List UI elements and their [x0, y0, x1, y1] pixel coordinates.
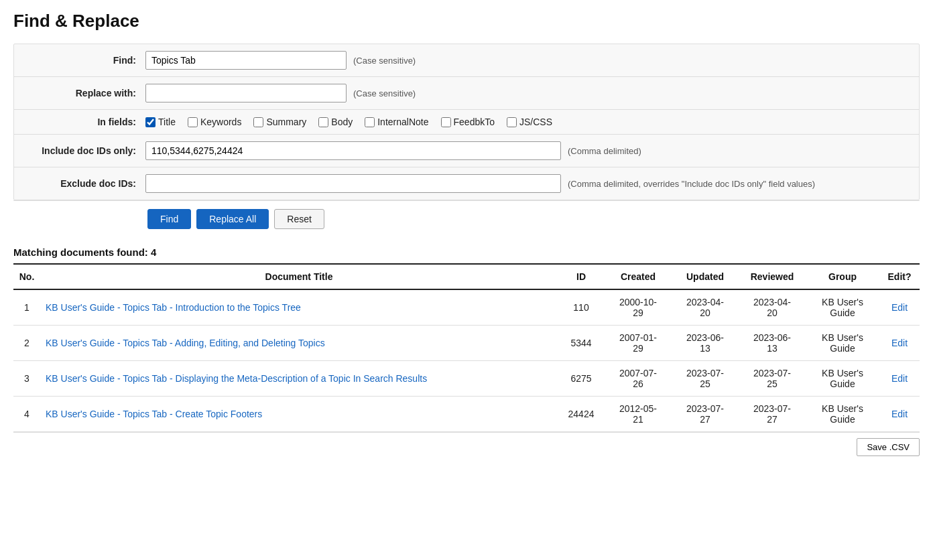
cell-reviewed: 2023-04- 20 — [739, 289, 806, 326]
replace-input[interactable] — [145, 84, 347, 102]
cell-id: 110 — [558, 289, 605, 326]
chk-jscss-label[interactable]: JS/CSS — [519, 117, 552, 127]
find-input-area: (Case sensitive) — [145, 51, 908, 70]
chk-internalnote-label[interactable]: InternalNote — [377, 117, 428, 127]
cell-edit: Edit — [879, 326, 920, 361]
cell-group: KB User's Guide — [806, 289, 879, 326]
find-case-note: (Case sensitive) — [353, 56, 416, 66]
exclude-ids-row: Exclude doc IDs: (Comma delimited, overr… — [14, 167, 919, 200]
cell-no: 1 — [13, 289, 40, 326]
doc-title-link[interactable]: KB User's Guide - Topics Tab - Create To… — [46, 409, 262, 419]
checkbox-internalnote[interactable]: InternalNote — [365, 117, 428, 127]
col-title: Document Title — [40, 264, 558, 289]
chk-body-input[interactable] — [318, 117, 328, 127]
cell-edit: Edit — [879, 397, 920, 432]
chk-internalnote-input[interactable] — [365, 117, 375, 127]
cell-updated: 2023-04- 20 — [672, 289, 739, 326]
chk-keywords-input[interactable] — [188, 117, 198, 127]
find-row: Find: (Case sensitive) — [14, 44, 919, 77]
find-replace-form: Find: (Case sensitive) Replace with: (Ca… — [13, 44, 920, 200]
checkbox-keywords[interactable]: Keywords — [188, 117, 241, 127]
buttons-row: Find Replace All Reset — [13, 200, 920, 237]
include-label: Include doc IDs only: — [25, 145, 145, 156]
cell-no: 2 — [13, 326, 40, 361]
replace-label: Replace with: — [25, 88, 145, 98]
cell-reviewed: 2023-07- 27 — [739, 397, 806, 432]
chk-feedbkto-label[interactable]: FeedbkTo — [454, 117, 495, 127]
cell-no: 4 — [13, 397, 40, 432]
chk-title-label[interactable]: Title — [158, 117, 176, 127]
include-ids-input[interactable] — [145, 141, 561, 160]
cell-title: KB User's Guide - Topics Tab - Displayin… — [40, 361, 558, 397]
cell-group: KB User's Guide — [806, 397, 879, 432]
save-csv-button[interactable]: Save .CSV — [857, 438, 920, 456]
chk-feedbkto-input[interactable] — [441, 117, 451, 127]
results-table: No. Document Title ID Created Updated Re… — [13, 263, 920, 432]
chk-summary-label[interactable]: Summary — [266, 117, 306, 127]
cell-created: 2007-01- 29 — [605, 326, 672, 361]
cell-created: 2000-10- 29 — [605, 289, 672, 326]
chk-body-label[interactable]: Body — [331, 117, 353, 127]
page-container: Find & Replace Find: (Case sensitive) Re… — [0, 0, 933, 560]
cell-reviewed: 2023-07- 25 — [739, 361, 806, 397]
replace-row: Replace with: (Case sensitive) — [14, 77, 919, 110]
cell-id: 6275 — [558, 361, 605, 397]
results-count: Matching documents found: 4 — [13, 247, 920, 258]
chk-jscss-input[interactable] — [507, 117, 517, 127]
include-note: (Comma delimited) — [568, 146, 641, 156]
col-group: Group — [806, 264, 879, 289]
replace-case-note: (Case sensitive) — [353, 88, 416, 98]
find-label: Find: — [25, 55, 145, 66]
cell-title: KB User's Guide - Topics Tab - Adding, E… — [40, 326, 558, 361]
col-reviewed: Reviewed — [739, 264, 806, 289]
cell-no: 3 — [13, 361, 40, 397]
cell-created: 2012-05- 21 — [605, 397, 672, 432]
find-button[interactable]: Find — [147, 209, 191, 229]
replace-input-area: (Case sensitive) — [145, 84, 908, 102]
cell-edit: Edit — [879, 289, 920, 326]
doc-title-link[interactable]: KB User's Guide - Topics Tab - Displayin… — [46, 373, 427, 384]
fields-row: In fields: Title Keywords Summary Body — [14, 110, 919, 135]
edit-link[interactable]: Edit — [891, 338, 908, 348]
chk-summary-input[interactable] — [253, 117, 263, 127]
edit-link[interactable]: Edit — [891, 302, 908, 313]
exclude-ids-input[interactable] — [145, 174, 561, 193]
table-row: 3 KB User's Guide - Topics Tab - Display… — [13, 361, 920, 397]
fields-label: In fields: — [25, 117, 145, 127]
results-section: Matching documents found: 4 No. Document… — [13, 247, 920, 459]
exclude-label: Exclude doc IDs: — [25, 178, 145, 189]
col-edit: Edit? — [879, 264, 920, 289]
table-row: 4 KB User's Guide - Topics Tab - Create … — [13, 397, 920, 432]
cell-updated: 2023-07- 25 — [672, 361, 739, 397]
cell-edit: Edit — [879, 361, 920, 397]
fields-checkboxes: Title Keywords Summary Body InternalNote — [145, 117, 908, 127]
page-title: Find & Replace — [13, 11, 920, 31]
checkbox-body[interactable]: Body — [318, 117, 353, 127]
checkbox-summary[interactable]: Summary — [253, 117, 306, 127]
doc-title-link[interactable]: KB User's Guide - Topics Tab - Adding, E… — [46, 338, 325, 348]
checkbox-feedbkto[interactable]: FeedbkTo — [441, 117, 495, 127]
find-input[interactable] — [145, 51, 347, 70]
include-ids-row: Include doc IDs only: (Comma delimited) — [14, 135, 919, 167]
col-created: Created — [605, 264, 672, 289]
cell-group: KB User's Guide — [806, 326, 879, 361]
table-row: 1 KB User's Guide - Topics Tab - Introdu… — [13, 289, 920, 326]
edit-link[interactable]: Edit — [891, 373, 908, 384]
checkbox-title[interactable]: Title — [145, 117, 176, 127]
chk-title-input[interactable] — [145, 117, 156, 127]
table-header-row: No. Document Title ID Created Updated Re… — [13, 264, 920, 289]
cell-updated: 2023-06- 13 — [672, 326, 739, 361]
cell-id: 5344 — [558, 326, 605, 361]
exclude-note: (Comma delimited, overrides "Include doc… — [568, 179, 815, 189]
doc-title-link[interactable]: KB User's Guide - Topics Tab - Introduct… — [46, 302, 301, 313]
replace-all-button[interactable]: Replace All — [196, 209, 269, 229]
exclude-input-area: (Comma delimited, overrides "Include doc… — [145, 174, 908, 193]
cell-group: KB User's Guide — [806, 361, 879, 397]
cell-title: KB User's Guide - Topics Tab - Introduct… — [40, 289, 558, 326]
chk-keywords-label[interactable]: Keywords — [200, 117, 241, 127]
save-csv-row: Save .CSV — [13, 432, 920, 459]
edit-link[interactable]: Edit — [891, 409, 908, 419]
col-updated: Updated — [672, 264, 739, 289]
reset-button[interactable]: Reset — [274, 209, 324, 229]
checkbox-jscss[interactable]: JS/CSS — [507, 117, 552, 127]
